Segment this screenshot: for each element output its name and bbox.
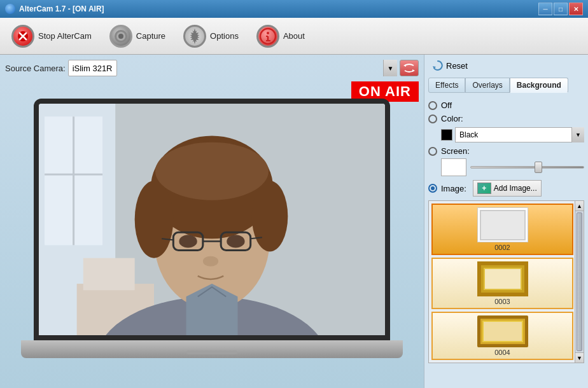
- maximize-button[interactable]: □: [554, 3, 568, 15]
- screen-preview: [441, 158, 466, 176]
- svg-marker-13: [403, 64, 406, 67]
- camera-swap-button[interactable]: [400, 60, 419, 76]
- stop-label: Stop AlterCam: [38, 31, 92, 41]
- svg-point-8: [267, 32, 269, 34]
- slider-thumb[interactable]: [535, 162, 542, 173]
- svg-point-27: [252, 181, 288, 251]
- laptop-base: [21, 340, 403, 358]
- stop-altercam-button[interactable]: Stop AlterCam: [5, 21, 98, 52]
- thumb-frame-0003: [477, 261, 528, 296]
- source-camera-label: Source Camera:: [5, 64, 66, 73]
- options-label: Options: [210, 31, 239, 41]
- bg-image-radio[interactable]: [428, 184, 437, 193]
- screen-slider-area: [428, 158, 584, 176]
- close-button[interactable]: ✕: [569, 3, 583, 15]
- source-select-wrapper: iSlim 321R ▼: [68, 60, 397, 76]
- tabs: Effects Overlays Background: [428, 78, 584, 93]
- slider-bg: [470, 166, 584, 169]
- capture-label: Capture: [136, 31, 165, 41]
- svg-point-34: [179, 235, 197, 247]
- laptop-container: [21, 99, 403, 366]
- reset-label: Reset: [446, 61, 468, 71]
- add-image-button[interactable]: + Add Image...: [473, 180, 542, 197]
- color-select-wrapper: Black ▼: [455, 127, 584, 142]
- svg-marker-37: [433, 66, 436, 69]
- video-area: ON AIR: [5, 81, 419, 383]
- svg-marker-12: [412, 69, 415, 72]
- toolbar: Stop AlterCam Capture Options: [0, 18, 588, 55]
- color-select-arrow[interactable]: ▼: [571, 127, 584, 142]
- thumb-inner-0002: [480, 210, 526, 240]
- source-camera-select[interactable]: iSlim 321R: [68, 60, 117, 76]
- camera-view: [39, 104, 385, 335]
- tab-background[interactable]: Background: [510, 78, 568, 93]
- color-swatch: [441, 129, 452, 141]
- about-icon: [256, 25, 279, 48]
- image-section: Image: + Add Image... 0002: [428, 180, 584, 363]
- scrollbar-up-button[interactable]: ▲: [575, 201, 584, 211]
- options-button[interactable]: Options: [177, 21, 245, 52]
- bg-screen-radio[interactable]: [428, 147, 437, 156]
- left-panel: Source Camera: iSlim 321R ▼ ON AIR: [0, 55, 424, 388]
- bg-screen-row: Screen:: [428, 146, 584, 176]
- bg-off-radio[interactable]: [428, 101, 437, 110]
- bg-color-radio[interactable]: [428, 114, 437, 123]
- image-label-row: Image: + Add Image...: [428, 180, 584, 197]
- color-dropdown-row: Black ▼: [428, 127, 584, 142]
- image-list-area: 0002 0003 0004: [428, 200, 584, 363]
- thumb-label-0003: 0003: [494, 298, 510, 305]
- scrollbar-thumb[interactable]: [577, 212, 582, 351]
- svg-point-26: [135, 181, 174, 258]
- source-row: Source Camera: iSlim 321R ▼: [5, 60, 419, 76]
- svg-point-28: [155, 142, 269, 200]
- capture-button[interactable]: Capture: [103, 21, 172, 52]
- minimize-button[interactable]: ─: [538, 3, 552, 15]
- svg-point-5: [118, 34, 123, 39]
- right-panel: Reset Effects Overlays Background Off: [424, 55, 588, 388]
- bg-screen-label: Screen:: [441, 146, 470, 156]
- reset-icon: [432, 60, 444, 71]
- image-list-scrollbar[interactable]: ▲ ▼: [575, 201, 584, 363]
- bg-off-label: Off: [441, 100, 452, 110]
- screen-slider[interactable]: [470, 161, 584, 174]
- svg-point-36: [203, 256, 218, 267]
- bg-color-row: Color:: [428, 114, 584, 123]
- source-select-arrow[interactable]: ▼: [383, 60, 397, 76]
- app-icon: [5, 4, 15, 14]
- bg-image-label: Image:: [441, 184, 466, 193]
- image-thumb-0003[interactable]: 0003: [431, 258, 573, 309]
- bg-color-label: Color:: [441, 114, 463, 123]
- image-thumb-0004[interactable]: 0004: [431, 312, 573, 360]
- add-image-label: Add Image...: [494, 184, 537, 193]
- svg-point-35: [227, 235, 244, 247]
- color-select[interactable]: Black: [455, 127, 584, 142]
- background-options: Off Color: Black ▼ Scree: [428, 98, 584, 366]
- image-list: 0002 0003 0004: [429, 201, 584, 363]
- reset-button[interactable]: Reset: [428, 59, 584, 73]
- about-button[interactable]: About: [250, 21, 311, 52]
- image-thumb-0002[interactable]: 0002: [431, 204, 573, 255]
- window-controls: ─ □ ✕: [538, 3, 583, 15]
- laptop-screen: [34, 99, 390, 340]
- window-title: AlterCam 1.7 - [ON AIR]: [19, 4, 104, 13]
- scrollbar-down-button[interactable]: ▼: [575, 352, 584, 363]
- about-label: About: [283, 31, 305, 41]
- thumb-label-0004: 0004: [494, 349, 510, 356]
- capture-icon: [109, 25, 132, 48]
- svg-rect-21: [83, 258, 135, 291]
- title-bar: AlterCam 1.7 - [ON AIR] ─ □ ✕: [0, 0, 588, 18]
- tab-overlays[interactable]: Overlays: [465, 78, 509, 93]
- tab-effects[interactable]: Effects: [428, 78, 465, 93]
- stop-icon: [11, 25, 34, 48]
- main-content: Source Camera: iSlim 321R ▼ ON AIR: [0, 55, 588, 388]
- options-icon: [183, 25, 206, 48]
- thumb-frame-0004: [477, 315, 528, 347]
- add-image-icon: +: [477, 183, 491, 194]
- thumb-label-0002: 0002: [494, 244, 510, 251]
- thumb-preview-0002: [477, 207, 528, 242]
- bg-off-row: Off: [428, 100, 584, 110]
